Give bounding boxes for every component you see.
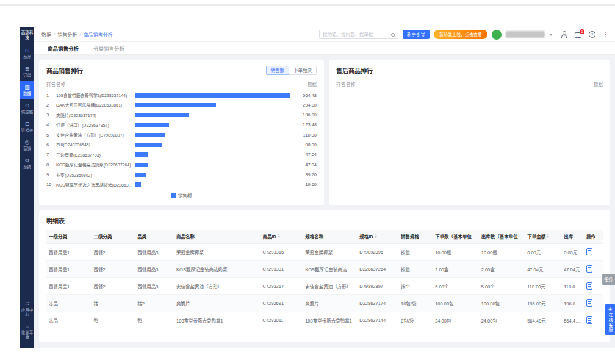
chart-bar xyxy=(135,93,290,98)
sort-icon[interactable] xyxy=(547,234,549,238)
breadcrumb-item[interactable]: 销售分析 xyxy=(57,31,77,38)
column-header[interactable]: 出库数（基本单位） xyxy=(479,230,525,243)
sidebar-item-goods[interactable]: ⊞商品 xyxy=(20,45,34,63)
chart-bar xyxy=(135,143,162,147)
chart-row: 7三边蛋筒(D228637703)47.04 xyxy=(46,151,317,159)
table-cell: 10.00瓶 xyxy=(479,243,525,260)
promo-button[interactable]: 新功能上线，点击查看 xyxy=(434,30,487,39)
table-cell: 西餐2 xyxy=(92,260,135,277)
avatar[interactable] xyxy=(492,30,502,40)
value-column-label: 数据 xyxy=(576,80,603,87)
chart-bar-zone xyxy=(135,163,290,167)
chart-bar xyxy=(135,133,165,137)
sidebar-item-info-platform[interactable]: ⌂信息平台 xyxy=(20,320,34,343)
sidebar-item-app-center[interactable]: ∷应用中心 xyxy=(20,298,34,320)
breadcrumb-item[interactable]: 数据 xyxy=(41,31,51,38)
table-cell: KOS甄厚记金装高达奶浆 xyxy=(303,260,357,277)
table-cell: 鸭 xyxy=(92,312,135,329)
toggle-1[interactable]: 下单频次 xyxy=(289,66,317,75)
tab-0[interactable]: 商品销售分析 xyxy=(41,45,85,52)
column-header[interactable]: 商品ID xyxy=(260,230,303,243)
table-cell: KOS甄厚记金装高达奶浆 xyxy=(174,260,260,277)
search-icon[interactable] xyxy=(391,33,395,37)
breadcrumb-separator: / xyxy=(79,32,81,37)
sidebar-item-label: 供应链 xyxy=(21,110,34,114)
sidebar-item-label: 营销 xyxy=(21,146,34,151)
chart-rank: 3 xyxy=(46,112,56,118)
chart-rank: 2 xyxy=(46,102,56,108)
table-cell: 0.00元 xyxy=(561,243,584,260)
chart-item-name: 韭菜(D252350802) xyxy=(56,172,135,178)
chart-item-name: 108食堂带筋去骨鸭掌1(D228637144) xyxy=(56,92,135,98)
sort-icon[interactable] xyxy=(523,234,525,238)
chart-rank: 8 xyxy=(46,162,56,168)
sidebar-item-label: 信息平台 xyxy=(21,330,34,339)
column-header: 品类 xyxy=(135,230,174,243)
sales-panel-head: 商品销售排行 销售额下单频次 xyxy=(46,66,317,75)
table-cell: 鸭 xyxy=(135,312,174,329)
column-header[interactable]: 下单数（基本单位） xyxy=(433,230,479,243)
action-cell xyxy=(584,294,603,312)
more-icon[interactable] xyxy=(603,31,609,38)
table-cell: 按量 xyxy=(398,260,433,277)
chevron-down-icon[interactable] xyxy=(549,34,553,36)
table-cell: D79892896 xyxy=(357,243,398,260)
aftersales-ranking-panel: 售后商品排行 排名 名称 数据 xyxy=(329,60,610,205)
export-detail-icon[interactable] xyxy=(586,299,592,307)
tabbar: 商品销售分析分类销售分析 xyxy=(34,42,615,55)
export-detail-icon[interactable] xyxy=(586,248,592,255)
chart-item-name: KOS甄厚记金装高达奶浆(D228637264) xyxy=(56,162,135,168)
toggle-0[interactable]: 销售额 xyxy=(266,66,290,75)
help-icon[interactable] xyxy=(589,31,595,38)
customer-service-floating-tab[interactable]: ◉ 在线客服 xyxy=(605,304,615,335)
table-cell: 196.00元 xyxy=(561,294,584,312)
aftersales-panel-title: 售后商品排行 xyxy=(336,66,373,75)
account-name-blurred[interactable] xyxy=(506,31,545,38)
chart-bar-zone xyxy=(135,123,290,127)
sidebar-item-supply-chain[interactable]: ⊙供应链 xyxy=(20,99,34,118)
table-cell: 荣冠金牌椰浆 xyxy=(303,243,357,260)
sort-icon[interactable] xyxy=(375,234,377,238)
chart-value: 123.48 xyxy=(290,122,317,127)
chart-value: 294.00 xyxy=(290,102,317,108)
table-cell: D228637144 xyxy=(357,312,398,329)
search-input[interactable] xyxy=(323,32,389,37)
sidebar-item-inventory[interactable]: ⊟进销存 xyxy=(20,118,34,136)
chart-bar-zone xyxy=(135,143,290,147)
chart-value: 98.00 xyxy=(290,142,317,148)
export-detail-icon[interactable] xyxy=(586,316,592,324)
detail-table-wrap[interactable]: 一级分类二级分类品类商品名称商品ID规格名称规格ID销售规格下单数（基本单位）出… xyxy=(46,230,603,342)
column-header[interactable]: 规格ID xyxy=(357,230,398,243)
export-detail-icon[interactable] xyxy=(586,265,592,273)
table-cell: 564.48元 xyxy=(525,312,561,329)
sidebar-item-label: 系统 xyxy=(21,165,34,169)
customer-service-icon[interactable] xyxy=(561,31,567,38)
chart-bar-zone xyxy=(135,182,290,187)
chart-value: 47.04 xyxy=(290,162,317,168)
task-floating-tab[interactable]: 任务 xyxy=(602,274,615,285)
message-icon[interactable]: 1 xyxy=(575,32,581,38)
column-header[interactable]: 下单金额 xyxy=(525,230,561,243)
sidebar-item-data[interactable]: ▥数据 xyxy=(20,81,34,99)
cube-icon: ⊞ xyxy=(25,48,30,54)
guide-button[interactable]: 新手引导 xyxy=(403,30,430,39)
tab-1[interactable]: 分类销售分析 xyxy=(87,45,131,52)
table-cell: 猪2 xyxy=(135,294,174,312)
table-cell: 西餐用品1 xyxy=(46,277,92,294)
export-detail-icon[interactable] xyxy=(586,282,592,290)
sort-icon[interactable] xyxy=(478,234,479,238)
column-header: 规格名称 xyxy=(303,230,357,243)
table-row: 冻品猪猪2爽脆片C7292691爽脆片D22863717410包/袋100.00… xyxy=(46,294,603,312)
action-cell xyxy=(584,243,603,260)
sidebar-item-marketing[interactable]: ◎营销 xyxy=(20,136,34,154)
breadcrumb-item: 商品销售分析 xyxy=(83,31,112,38)
sort-icon[interactable] xyxy=(278,234,280,238)
table-cell: 100.00包 xyxy=(433,294,479,312)
column-header[interactable]: 出库金额 xyxy=(561,230,584,243)
sort-icon[interactable] xyxy=(583,234,584,238)
chart-item-name: DAK大可乐可乐味糖(D228633861) xyxy=(56,102,135,108)
sidebar-item-label: 数据 xyxy=(21,91,34,96)
sidebar-item-system[interactable]: ⚙系统 xyxy=(20,154,34,173)
chart-item-name: 红提（进口）(D228637357) xyxy=(56,122,135,128)
sidebar-item-orders[interactable]: ≣订单 xyxy=(20,63,34,81)
